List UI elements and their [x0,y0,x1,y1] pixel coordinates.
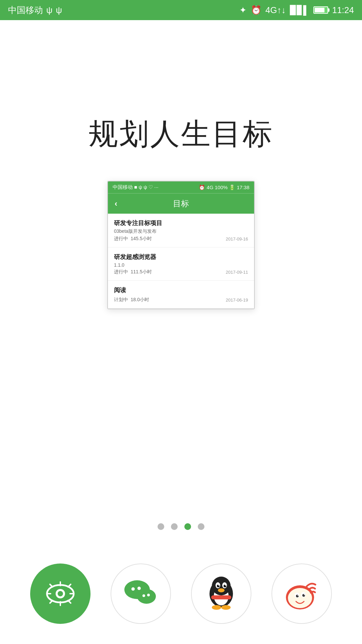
goal-title-1: 研发专注目标项目 [114,219,248,227]
goal-status-1: 进行中 145.5小时 [114,236,152,242]
goal-status-3: 计划中 18.0小时 [114,297,149,303]
weibo-button[interactable] [272,564,332,624]
svg-point-28 [221,605,231,610]
goal-title-3: 阅读 [114,286,248,294]
status-bar-right: ✦ ⏰ 4G↑↓ ▉▊▌ 11:24 [239,5,354,15]
svg-point-26 [218,588,225,592]
qq-icon [204,572,238,615]
dot-3-active[interactable] [184,523,191,530]
svg-line-10 [50,600,53,603]
svg-rect-29 [211,595,231,599]
usb-icon-1: ψ [46,5,53,15]
goal-item-1[interactable]: 研发专注目标项目 03beta版开发与发布 进行中 145.5小时 2017-0… [108,214,254,248]
goals-list: 研发专注目标项目 03beta版开发与发布 进行中 145.5小时 2017-0… [108,214,254,309]
svg-line-7 [50,584,53,587]
phone-inner-header: ‹ 目标 [108,193,254,214]
phone-time: ⏰ 4G 100% 🔋 17:38 [199,184,249,191]
goal-meta-3: 计划中 18.0小时 2017-06-19 [114,297,248,303]
svg-point-27 [212,605,221,610]
svg-point-16 [147,594,150,596]
wechat-icon [122,578,159,610]
svg-point-24 [218,584,220,586]
main-content: 规划人生目标 中国移动 ■ ψ ψ ♡ ··· ⏰ 4G 100% 🔋 17:3… [0,20,362,644]
svg-line-9 [68,584,71,587]
dot-2[interactable] [171,523,178,530]
pagination-dots [158,523,204,530]
goal-date-2: 2017-09-11 [226,270,248,275]
carrier-label: 中国移动 [8,4,43,16]
phone-screen-title: 目标 [173,198,189,209]
svg-point-15 [142,594,145,597]
alarm-icon: ⏰ [251,5,261,15]
goal-item-3[interactable]: 阅读 计划中 18.0小时 2017-06-19 [108,281,254,309]
goal-sub-2: 1.1.0 [114,262,248,268]
dot-4[interactable] [198,523,204,530]
signal-label: 4G↑↓ [265,5,286,15]
status-bar: 中国移动 ψ ψ ✦ ⏰ 4G↑↓ ▉▊▌ 11:24 [0,0,362,20]
page-title: 规划人生目标 [88,114,274,154]
goal-meta-2: 进行中 111.5小时 2017-09-11 [114,269,248,275]
signal-bars-icon: ▉▊▌ [290,5,309,15]
app-green-button[interactable] [30,564,90,624]
svg-line-8 [68,600,71,603]
phone-carrier: 中国移动 ■ ψ ψ ♡ ··· [113,184,159,191]
battery-icon [313,6,328,14]
svg-point-31 [288,588,312,608]
svg-point-37 [304,594,305,595]
goal-date-1: 2017-09-16 [226,236,248,241]
goal-item-2[interactable]: 研发超感浏览器 1.1.0 进行中 111.5小时 2017-09-11 [108,248,254,281]
goal-sub-1: 03beta版开发与发布 [114,228,248,234]
weibo-icon [283,575,321,613]
svg-point-25 [225,584,226,586]
goal-title-2: 研发超感浏览器 [114,253,248,261]
phone-back-button[interactable]: ‹ [115,199,117,208]
bluetooth-icon: ✦ [239,5,247,15]
time-label: 11:24 [332,5,354,15]
svg-point-12 [131,587,135,591]
goal-meta-1: 进行中 145.5小时 2017-09-16 [114,236,248,242]
qq-button[interactable] [191,564,251,624]
svg-point-36 [297,595,298,596]
dot-1[interactable] [158,523,164,530]
svg-point-14 [137,589,156,604]
svg-point-19 [212,577,231,595]
status-bar-left: 中国移动 ψ ψ [8,4,62,16]
svg-point-2 [58,591,63,596]
bottom-icons-row [30,564,332,624]
phone-screenshot-card: 中国移动 ■ ψ ψ ♡ ··· ⏰ 4G 100% 🔋 17:38 ‹ 目标 … [107,181,255,309]
usb-icon-2: ψ [56,5,62,15]
goal-status-2: 进行中 111.5小时 [114,269,152,275]
goal-date-3: 2017-06-19 [226,298,248,303]
eye-camera-icon [45,580,75,607]
wechat-button[interactable] [111,564,171,624]
svg-point-13 [137,587,141,590]
phone-inner-status-bar: 中国移动 ■ ψ ψ ♡ ··· ⏰ 4G 100% 🔋 17:38 [108,181,254,193]
